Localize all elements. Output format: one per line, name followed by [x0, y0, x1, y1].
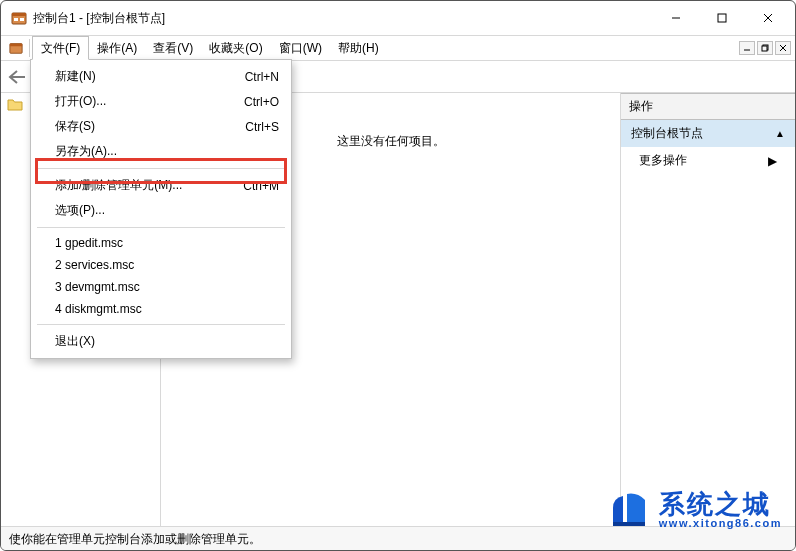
- menu-favorites[interactable]: 收藏夹(O): [201, 36, 270, 60]
- title-left: 控制台1 - [控制台根节点]: [5, 10, 165, 27]
- menu-file[interactable]: 文件(F): [32, 36, 89, 60]
- actions-header: 操作: [621, 93, 795, 120]
- folder-icon: [7, 97, 23, 114]
- mdi-close-button[interactable]: [775, 41, 791, 55]
- menu-view[interactable]: 查看(V): [145, 36, 201, 60]
- window-title: 控制台1 - [控制台根节点]: [33, 10, 165, 27]
- window-controls: [653, 1, 791, 35]
- watermark-cn: 系统之城: [659, 491, 782, 517]
- menu-separator: [37, 227, 285, 228]
- actions-body: 控制台根节点 ▲ 更多操作 ▶: [621, 120, 795, 526]
- collapse-up-icon: ▲: [775, 128, 785, 139]
- menu-item-recent-3[interactable]: 3 devmgmt.msc: [31, 276, 291, 298]
- menu-item-options[interactable]: 选项(P)...: [31, 198, 291, 223]
- menu-item-new[interactable]: 新建(N) Ctrl+N: [31, 64, 291, 89]
- actions-root-row[interactable]: 控制台根节点 ▲: [621, 120, 795, 147]
- menu-action[interactable]: 操作(A): [89, 36, 145, 60]
- svg-rect-2: [14, 18, 18, 21]
- menu-item-add-remove-snapin[interactable]: 添加/删除管理单元(M)... Ctrl+M: [31, 173, 291, 198]
- maximize-button[interactable]: [699, 1, 745, 35]
- watermark-text: 系统之城 www.xitong86.com: [659, 491, 782, 529]
- actions-pane: 操作 控制台根节点 ▲ 更多操作 ▶: [620, 93, 795, 526]
- menu-item-recent-1[interactable]: 1 gpedit.msc: [31, 232, 291, 254]
- empty-message: 这里没有任何项目。: [337, 134, 445, 148]
- menu-separator: [37, 168, 285, 169]
- mmc-icon: [11, 10, 27, 26]
- menu-item-save-as[interactable]: 另存为(A)...: [31, 139, 291, 164]
- minimize-button[interactable]: [653, 1, 699, 35]
- menu-item-recent-2[interactable]: 2 services.msc: [31, 254, 291, 276]
- watermark-logo-icon: [607, 486, 651, 533]
- watermark-en: www.xitong86.com: [659, 517, 782, 529]
- menu-bar: 文件(F) 操作(A) 查看(V) 收藏夹(O) 窗口(W) 帮助(H): [1, 35, 795, 61]
- svg-rect-3: [20, 18, 24, 21]
- svg-rect-9: [10, 44, 22, 47]
- mdi-minimize-button[interactable]: [739, 41, 755, 55]
- menu-separator: [37, 324, 285, 325]
- file-menu-dropdown: 新建(N) Ctrl+N 打开(O)... Ctrl+O 保存(S) Ctrl+…: [30, 59, 292, 359]
- menu-window[interactable]: 窗口(W): [271, 36, 330, 60]
- menu-item-save[interactable]: 保存(S) Ctrl+S: [31, 114, 291, 139]
- actions-more-row[interactable]: 更多操作 ▶: [621, 147, 795, 174]
- menu-item-exit[interactable]: 退出(X): [31, 329, 291, 354]
- back-button[interactable]: [7, 68, 31, 86]
- mdi-restore-button[interactable]: [757, 41, 773, 55]
- mmc-small-icon: [5, 36, 27, 60]
- title-bar: 控制台1 - [控制台根节点]: [1, 1, 795, 35]
- mdi-controls: [739, 36, 795, 60]
- svg-rect-16: [613, 522, 645, 526]
- menu-item-recent-4[interactable]: 4 diskmgmt.msc: [31, 298, 291, 320]
- svg-rect-5: [718, 14, 726, 22]
- svg-rect-12: [762, 46, 767, 51]
- svg-rect-1: [12, 13, 26, 16]
- status-text: 使你能在管理单元控制台添加或删除管理单元。: [9, 532, 261, 546]
- actions-more-label: 更多操作: [639, 152, 687, 169]
- watermark: 系统之城 www.xitong86.com: [607, 486, 782, 533]
- menu-help[interactable]: 帮助(H): [330, 36, 387, 60]
- actions-root-label: 控制台根节点: [631, 125, 703, 142]
- chevron-right-icon: ▶: [768, 154, 777, 168]
- menu-item-open[interactable]: 打开(O)... Ctrl+O: [31, 89, 291, 114]
- close-button[interactable]: [745, 1, 791, 35]
